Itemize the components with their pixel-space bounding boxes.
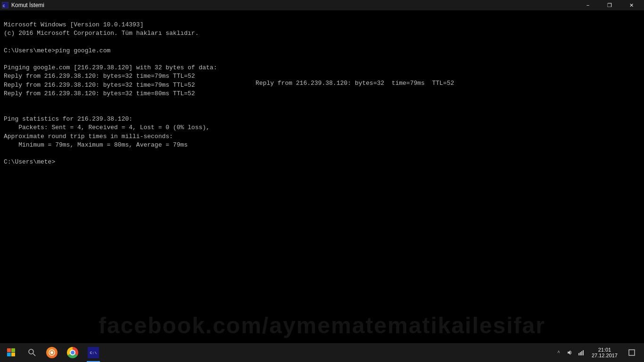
terminal-line-13: Ping statistics for 216.239.38.120:	[4, 115, 132, 123]
svg-line-7	[33, 354, 35, 356]
tray-expand-button[interactable]: ^	[554, 343, 563, 362]
title-bar-left: C Komut İstemi	[2, 2, 44, 8]
cortana-icon	[46, 347, 58, 358]
taskbar-app-chrome[interactable]	[62, 343, 83, 362]
svg-rect-5	[11, 353, 15, 356]
svg-rect-4	[7, 353, 11, 356]
terminal-line-8: Reply from 216.239.38.120: bytes=32 time…	[4, 90, 195, 97]
tray-clock[interactable]: 21:01 27.12.2017	[588, 343, 621, 362]
maximize-button[interactable]: ❐	[599, 0, 620, 10]
terminal-line-3: C:\Users\mete>ping google.com	[4, 47, 110, 54]
cmd-icon: C:\	[88, 347, 99, 358]
svg-rect-3	[11, 348, 15, 352]
chrome-icon	[67, 347, 78, 358]
terminal-line-6: Reply from 216.239.38.120: bytes=32 time…	[4, 73, 195, 80]
terminal-line-5: Pinging google.com [216.239.38.120] with…	[4, 64, 217, 71]
network-icon	[578, 349, 585, 356]
volume-tray-icon[interactable]	[565, 343, 575, 362]
terminal-line-1: Microsoft Windows [Version 10.0.14393]	[4, 21, 143, 28]
svg-rect-15	[629, 350, 635, 355]
title-bar: C Komut İstemi − ❐ ✕	[0, 0, 644, 10]
search-icon	[28, 349, 36, 356]
taskbar-apps: C:\	[41, 343, 104, 362]
volume-icon	[567, 349, 573, 356]
svg-marker-10	[568, 350, 570, 355]
terminal-line-16: Minimum = 79ms, Maximum = 80ms, Average …	[4, 141, 188, 148]
window-controls: − ❐ ✕	[577, 0, 642, 10]
svg-rect-2	[7, 348, 11, 352]
svg-rect-12	[580, 352, 581, 355]
svg-rect-13	[581, 351, 582, 355]
notification-icon	[628, 349, 636, 356]
system-tray: ^ 21:01 27.12.2017	[554, 343, 644, 362]
close-button[interactable]: ✕	[620, 0, 642, 10]
network-tray-icon[interactable]	[577, 343, 586, 362]
taskbar-app-cortana[interactable]	[41, 343, 62, 362]
start-button[interactable]	[0, 343, 23, 362]
floating-reply-text: Reply from 216.239.38.120: bytes=32 time…	[256, 80, 454, 87]
cmd-icon-text: C:\	[90, 351, 97, 355]
search-button[interactable]	[23, 343, 41, 362]
svg-point-6	[29, 349, 33, 354]
windows-icon	[7, 348, 16, 357]
terminal-line-15: Approximate round trip times in milli-se…	[4, 133, 173, 140]
window-title: Komut İstemi	[11, 2, 44, 8]
svg-rect-11	[578, 353, 579, 355]
svg-rect-14	[583, 350, 584, 355]
tray-date-display: 27.12.2017	[592, 353, 618, 358]
terminal-line-7: Reply from 216.239.38.120: bytes=32 time…	[4, 82, 195, 89]
terminal-line-18: C:\Users\mete>	[4, 158, 55, 165]
expand-icon: ^	[557, 350, 560, 355]
taskbar: C:\ ^ 21:01 27.12.2017	[0, 343, 644, 362]
notification-button[interactable]	[623, 343, 640, 362]
tray-time-display: 21:01	[598, 347, 611, 353]
cmd-titlebar-icon: C	[2, 2, 8, 8]
terminal-line-14: Packets: Sent = 4, Received = 4, Lost = …	[4, 124, 210, 131]
svg-text:C: C	[3, 4, 5, 8]
taskbar-app-cmd[interactable]: C:\	[83, 343, 104, 362]
svg-point-9	[50, 351, 53, 354]
terminal-line-2: (c) 2016 Microsoft Corporation. Tüm hakl…	[4, 30, 198, 37]
terminal-output: Microsoft Windows [Version 10.0.14393] (…	[0, 10, 644, 343]
minimize-button[interactable]: −	[577, 0, 599, 10]
